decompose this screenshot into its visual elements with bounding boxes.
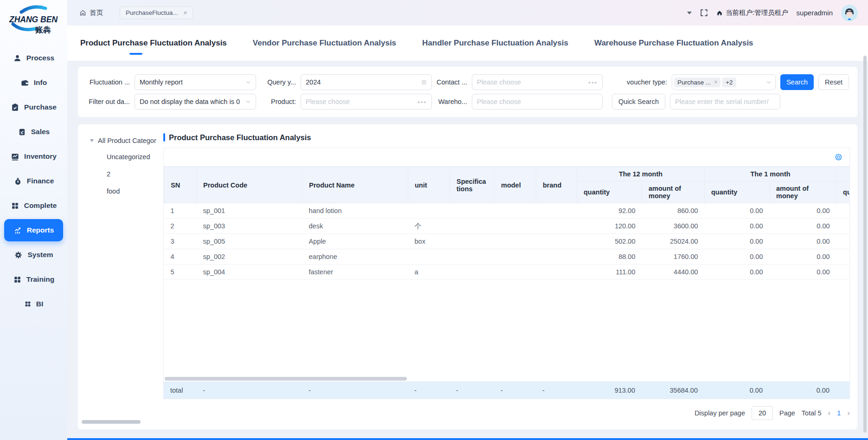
filter-zero-value: Do not display the data which is 0 (140, 98, 243, 105)
avatar[interactable] (841, 5, 858, 21)
cell-name: earphone (302, 249, 408, 265)
cell-sn: 3 (164, 234, 197, 249)
cell-sn: 1 (164, 203, 197, 219)
next-page-button[interactable]: › (847, 408, 850, 418)
breadcrumb-home[interactable]: 首页 (79, 8, 103, 17)
fullscreen-icon[interactable] (700, 9, 708, 17)
product-picker[interactable]: Please choose ••• (301, 94, 432, 110)
cell-brand (536, 219, 577, 234)
cell-m12_qty: 88.00 (577, 249, 642, 265)
fluctuation-value: Monthly report (140, 78, 243, 86)
sidebar-item-label: Finance (27, 177, 54, 185)
tab-vendor-analysis[interactable]: Vendor Purchase Fluctuation Analysis (253, 39, 396, 48)
grid-icon (13, 275, 22, 284)
filter-zero-select[interactable]: Do not display the data which is 0 (135, 94, 256, 110)
cell-model (495, 265, 536, 280)
username[interactable]: superadmin (797, 9, 833, 17)
warehouse-label: Wareho... (432, 98, 472, 105)
table-row[interactable]: 1sp_001hand lotion92.00860.000.000.00 (164, 203, 850, 219)
cell-m2_qty (836, 249, 849, 265)
tab-warehouse-analysis[interactable]: Warehouse Purchase Fluctuation Analysis (594, 39, 753, 48)
table-toolbar (164, 148, 849, 167)
current-tenant[interactable]: 当前租户:管理员租户 (716, 8, 788, 17)
sales-check-icon (18, 128, 26, 136)
table-horizontal-scrollbar[interactable] (164, 375, 849, 382)
tree-item-food[interactable]: food (85, 183, 163, 200)
query-year-input[interactable] (301, 74, 432, 90)
sidebar-item-info[interactable]: Info (4, 71, 63, 94)
total-qty-12: 913.00 (577, 382, 642, 399)
query-year-value[interactable] (306, 78, 418, 86)
current-page-button[interactable]: 1 (837, 409, 841, 417)
sidebar-item-training[interactable]: Training (4, 268, 63, 291)
cell-m1_amt: 0.00 (770, 265, 836, 280)
page-vertical-scrollbar-thumb[interactable] (863, 56, 867, 433)
cell-unit: 个 (408, 219, 450, 234)
voucher-type-label: voucher type: (627, 78, 667, 86)
chevron-down-icon (245, 99, 251, 104)
table-row[interactable]: 4sp_002earphone88.001760.000.000.00 (164, 249, 850, 265)
page-size-input[interactable] (752, 406, 773, 420)
cell-sn: 2 (164, 219, 197, 234)
tree-root-all-categories[interactable]: All Product Categor (85, 133, 163, 149)
reset-button[interactable]: Reset (818, 74, 849, 90)
cell-code: sp_003 (197, 219, 302, 234)
table-row[interactable]: 2sp_003desk个120.003600.000.000.00 (164, 219, 850, 234)
voucher-type-select[interactable]: Purchase ...× +2 (672, 74, 776, 90)
sidebar-item-complete[interactable]: Complete (4, 194, 63, 217)
ellipsis-icon[interactable]: ••• (588, 79, 598, 86)
sidebar-item-purchase[interactable]: Purchase (4, 96, 63, 118)
scrollbar-thumb[interactable] (165, 377, 407, 381)
serial-number-input-box[interactable] (670, 94, 780, 110)
sidebar-item-bi[interactable]: BI (4, 293, 63, 315)
section-title-text: Product Purchase Fluctuation Analysis (169, 133, 311, 142)
prev-page-button[interactable]: ‹ (828, 408, 831, 418)
cell-spec (450, 203, 495, 219)
column-header-brand: brand (536, 167, 577, 203)
tree-item-uncategorized[interactable]: Uncategorized (85, 149, 163, 166)
sidebar-item-process[interactable]: Process (4, 47, 63, 69)
home-filled-icon (716, 10, 723, 16)
ellipsis-icon[interactable]: ••• (418, 98, 427, 105)
report-panel: All Product Categor Uncategorized 2 food… (78, 124, 857, 429)
caret-down-icon[interactable] (90, 139, 94, 142)
content-area: Fluctuation ... Monthly report Query y..… (67, 61, 868, 440)
sidebar-item-system[interactable]: System (4, 244, 63, 266)
tab-product-analysis[interactable]: Product Purchase Fluctuation Analysis (80, 39, 227, 48)
sidebar-item-inventory[interactable]: Inventory (4, 145, 63, 168)
contact-label: Contact ... (432, 78, 472, 86)
open-page-tab[interactable]: PurchaseFluctua... × (120, 6, 193, 19)
chevron-down-icon[interactable] (687, 12, 692, 14)
column-group-1-month: The 1 month (705, 167, 836, 181)
tab-handler-analysis[interactable]: Handler Purchase Fluctuation Analysis (422, 39, 568, 48)
cell-unit: a (408, 265, 450, 280)
sidebar-item-sales[interactable]: Sales (4, 121, 63, 143)
cell-m1_qty: 0.00 (705, 265, 770, 280)
cell-spec (450, 249, 495, 265)
close-icon[interactable]: × (184, 9, 187, 16)
page-horizontal-scrollbar-thumb[interactable] (82, 420, 141, 424)
table-body: 1sp_001hand lotion92.00860.000.000.002sp… (164, 203, 850, 280)
topbar: 首页 PurchaseFluctua... × 当前租户:管理员租户 super… (67, 0, 868, 26)
serial-number-input[interactable] (675, 98, 775, 105)
wallet-icon (20, 78, 29, 87)
column-settings-gear-icon[interactable] (834, 153, 843, 162)
search-button[interactable]: Search (780, 74, 814, 90)
warehouse-picker[interactable]: Please choose (472, 94, 603, 110)
table-scroll-area[interactable]: SN Product Code Product Name unit Specif… (164, 167, 849, 375)
tree-item-2[interactable]: 2 (85, 166, 163, 183)
table-row[interactable]: 5sp_004fastenera111.004440.000.000.00 (164, 265, 850, 280)
sidebar-item-finance[interactable]: ¥ Finance (4, 170, 63, 192)
quick-search-button[interactable]: Quick Search (612, 94, 665, 110)
product-placeholder: Please choose (306, 98, 415, 105)
table-row[interactable]: 3sp_005Applebox502.0025024.000.000.00 (164, 234, 850, 249)
fluctuation-select[interactable]: Monthly report (135, 74, 256, 90)
contact-picker[interactable]: Please choose ••• (472, 74, 603, 90)
close-icon[interactable]: × (714, 79, 717, 85)
cell-brand (536, 265, 577, 280)
sidebar-item-reports[interactable]: Reports (4, 219, 63, 241)
cell-m2_qty (836, 234, 849, 249)
cell-sn: 5 (164, 265, 197, 280)
cell-code: sp_005 (197, 234, 302, 249)
column-group-12-month: The 12 month (577, 167, 705, 181)
